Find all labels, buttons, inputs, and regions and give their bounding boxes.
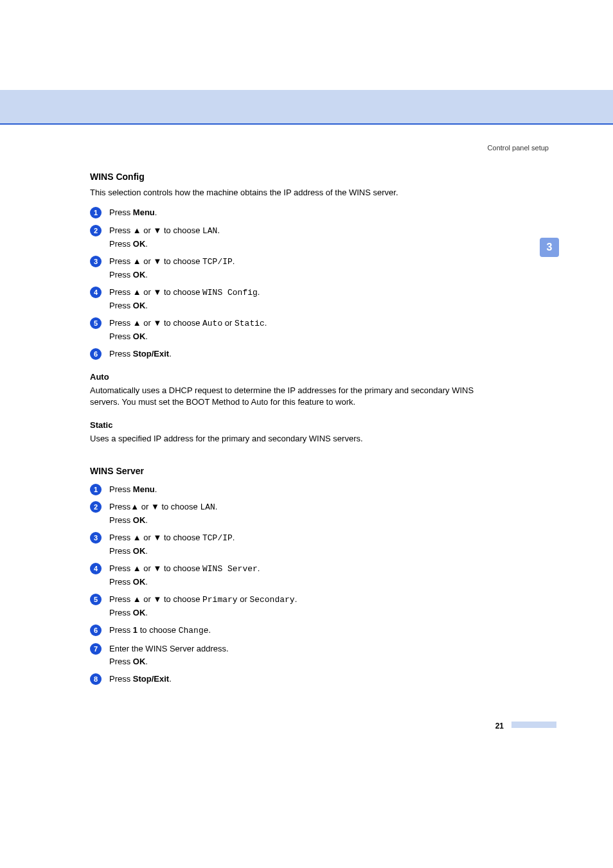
down-arrow-icon: ▼: [154, 256, 162, 266]
step-line-1: Press 1 to choose Change.: [109, 625, 211, 635]
wins-config-intro: This selection controls how the machine …: [90, 187, 501, 199]
step-item: 1Press Menu.: [90, 484, 501, 495]
step-line-2: Press OK.: [109, 238, 501, 250]
up-arrow-icon: ▲: [133, 533, 141, 542]
step-number-badge: 2: [90, 501, 102, 513]
step-number-badge: 5: [90, 594, 102, 605]
step-number-badge: 8: [90, 673, 102, 685]
step-item: 5Press ▲ or ▼ to choose Auto or Static.P…: [90, 317, 501, 342]
step-line-1: Press▲ or ▼ to choose LAN.: [109, 502, 217, 511]
up-arrow-icon: ▲: [133, 563, 141, 573]
step-line-1: Press Menu.: [109, 208, 157, 217]
step-number-badge: 1: [90, 207, 102, 218]
step-line-1: Press Stop/Exit.: [109, 674, 172, 684]
step-line-2: Press OK.: [109, 607, 501, 619]
up-arrow-icon: ▲: [133, 287, 141, 297]
top-band: [0, 90, 613, 125]
page-number: 21: [495, 722, 504, 731]
content-area: WINS Config This selection controls how …: [90, 168, 501, 685]
auto-heading: Auto: [90, 371, 501, 383]
step-number-badge: 6: [90, 624, 102, 636]
step-item: 7Enter the WINS Server address.Press OK.: [90, 643, 501, 667]
step-line-1: Press Menu.: [109, 484, 157, 494]
step-item: 4Press ▲ or ▼ to choose WINS Server.Pres…: [90, 563, 501, 587]
step-line-1: Press ▲ or ▼ to choose Primary or Second…: [109, 594, 297, 604]
down-arrow-icon: ▼: [154, 318, 162, 328]
step-number-badge: 3: [90, 256, 102, 267]
step-number-badge: 3: [90, 532, 102, 544]
step-line-2: Press OK.: [109, 656, 501, 668]
wins-config-heading: WINS Config: [90, 171, 501, 183]
down-arrow-icon: ▼: [154, 533, 162, 542]
step-number-badge: 4: [90, 287, 102, 298]
up-arrow-icon: ▲: [133, 318, 141, 328]
step-item: 1Press Menu.: [90, 207, 501, 218]
down-arrow-icon: ▼: [154, 226, 162, 235]
step-number-badge: 2: [90, 225, 102, 236]
up-arrow-icon: ▲: [133, 594, 141, 604]
step-line-1: Press ▲ or ▼ to choose TCP/IP.: [109, 256, 235, 266]
step-line-1: Press Stop/Exit.: [109, 349, 172, 359]
step-line-1: Enter the WINS Server address.: [109, 644, 229, 653]
step-number-badge: 1: [90, 484, 102, 495]
step-line-2: Press OK.: [109, 300, 501, 312]
down-arrow-icon: ▼: [154, 287, 162, 297]
step-line-2: Press OK.: [109, 545, 501, 557]
step-number-badge: 4: [90, 563, 102, 574]
step-item: 4Press ▲ or ▼ to choose WINS Config.Pres…: [90, 287, 501, 311]
step-item: 2Press▲ or ▼ to choose LAN.Press OK.: [90, 501, 501, 526]
chapter-tab: 3: [540, 238, 559, 257]
up-arrow-icon: ▲: [130, 502, 139, 511]
step-item: 5Press ▲ or ▼ to choose Primary or Secon…: [90, 594, 501, 618]
step-item: 8Press Stop/Exit.: [90, 673, 501, 685]
step-item: 3Press ▲ or ▼ to choose TCP/IP.Press OK.: [90, 532, 501, 556]
footer-accent-bar: [511, 722, 556, 728]
up-arrow-icon: ▲: [133, 226, 141, 235]
step-line-1: Press ▲ or ▼ to choose WINS Server.: [109, 563, 260, 573]
step-line-1: Press ▲ or ▼ to choose Auto or Static.: [109, 318, 267, 328]
down-arrow-icon: ▼: [151, 502, 159, 511]
step-line-2: Press OK.: [109, 576, 501, 588]
down-arrow-icon: ▼: [154, 594, 162, 604]
step-item: 6Press Stop/Exit.: [90, 348, 501, 360]
step-number-badge: 7: [90, 643, 102, 655]
step-line-1: Press ▲ or ▼ to choose LAN.: [109, 226, 220, 235]
step-line-2: Press OK.: [109, 269, 501, 281]
step-number-badge: 6: [90, 348, 102, 360]
wins-config-steps: 1Press Menu.2Press ▲ or ▼ to choose LAN.…: [90, 207, 501, 359]
step-line-2: Press OK.: [109, 515, 501, 526]
step-number-badge: 5: [90, 317, 102, 329]
static-body: Uses a specified IP address for the prim…: [90, 433, 501, 445]
wins-server-heading: WINS Server: [90, 465, 501, 477]
down-arrow-icon: ▼: [154, 563, 162, 573]
step-item: 3Press ▲ or ▼ to choose TCP/IP.Press OK.: [90, 256, 501, 280]
step-line-2: Press OK.: [109, 331, 501, 342]
step-item: 6Press 1 to choose Change.: [90, 624, 501, 637]
footer: 21: [0, 719, 613, 731]
auto-body: Automatically uses a DHCP request to det…: [90, 385, 501, 407]
header-right-label: Control panel setup: [488, 144, 549, 152]
static-heading: Static: [90, 420, 501, 431]
page-root: Control panel setup 3 WINS Config This s…: [0, 0, 613, 868]
step-line-1: Press ▲ or ▼ to choose TCP/IP.: [109, 533, 235, 542]
step-line-1: Press ▲ or ▼ to choose WINS Config.: [109, 287, 260, 297]
up-arrow-icon: ▲: [133, 256, 141, 266]
wins-server-steps: 1Press Menu.2Press▲ or ▼ to choose LAN.P…: [90, 484, 501, 685]
step-item: 2Press ▲ or ▼ to choose LAN.Press OK.: [90, 225, 501, 249]
